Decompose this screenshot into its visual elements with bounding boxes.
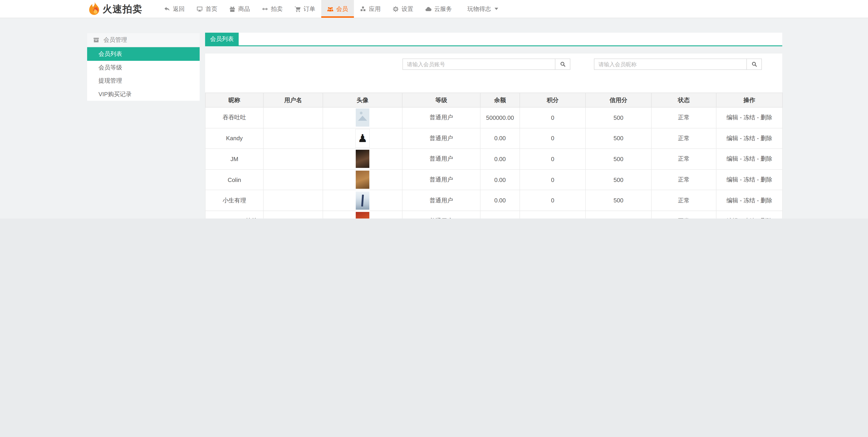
member-account-search-button[interactable] xyxy=(555,59,570,70)
sidebar-item-member-list[interactable]: 会员列表 xyxy=(87,47,199,61)
cell-level: 普通用户 xyxy=(402,211,480,218)
search-group-nickname xyxy=(594,59,762,70)
members-table: 昵称用户名头像等级余额积分信用分状态操作 吞吞吐吐普通用户500000.0005… xyxy=(205,93,783,218)
freeze-link[interactable]: 冻结 xyxy=(743,135,755,142)
nav-item-goods[interactable]: 商品 xyxy=(223,0,256,18)
cell-actions: 编辑 - 冻结 - 删除 xyxy=(716,107,782,128)
cell-nickname: 吞吞吐吐 xyxy=(205,107,264,128)
cell-username xyxy=(264,107,323,128)
nav-item-label: 会员 xyxy=(336,5,348,13)
column-header: 昵称 xyxy=(205,93,264,107)
edit-link[interactable]: 编辑 xyxy=(726,197,738,204)
nav-item-apps[interactable]: 应用 xyxy=(354,0,386,18)
sidebar-item-member-level[interactable]: 会员等级 xyxy=(87,61,199,74)
delete-link[interactable]: 删除 xyxy=(761,155,772,162)
nav-item-auction[interactable]: 拍卖 xyxy=(256,0,288,18)
gift-icon xyxy=(229,6,236,12)
nav-item-label: 云服务 xyxy=(434,5,452,13)
edit-link[interactable]: 编辑 xyxy=(726,135,738,142)
nav-item-settings[interactable]: 设置 xyxy=(386,0,419,18)
freeze-link[interactable]: 冻结 xyxy=(743,218,755,218)
nav-item-orders[interactable]: 订单 xyxy=(288,0,321,18)
freeze-link[interactable]: 冻结 xyxy=(743,197,755,204)
edit-link[interactable]: 编辑 xyxy=(726,155,738,162)
nav-item-label: 返回 xyxy=(173,5,185,13)
caret-down-icon xyxy=(495,8,498,10)
cell-actions: 编辑 - 冻结 - 删除 xyxy=(716,149,782,169)
nav-item-home[interactable]: 首页 xyxy=(191,0,223,18)
member-nickname-search-button[interactable] xyxy=(747,59,762,70)
avatar[interactable] xyxy=(356,170,369,189)
nav-item-back[interactable]: 返回 xyxy=(158,0,191,18)
search-group-account xyxy=(402,59,570,70)
search-icon xyxy=(751,61,757,67)
cell-username xyxy=(264,149,323,169)
cell-actions: 编辑 - 冻结 - 删除 xyxy=(716,190,782,211)
avatar[interactable] xyxy=(356,150,369,168)
table-row: Colin普通用户0.000500正常编辑 - 冻结 - 删除 xyxy=(205,169,782,190)
edit-link[interactable]: 编辑 xyxy=(726,114,738,121)
nav-item-cloud[interactable]: 云服务 xyxy=(419,0,458,18)
inbox-icon xyxy=(93,37,99,43)
cell-credit: 500 xyxy=(586,128,651,149)
sidebar-item-vip-purchase-records[interactable]: VIP购买记录 xyxy=(87,87,199,101)
brand-logo[interactable]: 火速拍卖 xyxy=(88,0,143,18)
top-navbar: 火速拍卖 返回首页商品拍卖订单会员应用设置云服务 玩物得志 xyxy=(0,0,868,18)
cell-points: 0 xyxy=(520,190,586,211)
cell-balance: 0.00 xyxy=(480,149,520,169)
reply-icon xyxy=(164,6,170,12)
table-row: JM普通用户0.000500正常编辑 - 冻结 - 删除 xyxy=(205,149,782,169)
edit-link[interactable]: 编辑 xyxy=(726,218,738,218)
cell-avatar xyxy=(323,107,402,128)
status-badge: 正常 xyxy=(678,218,690,218)
nav-menu: 返回首页商品拍卖订单会员应用设置云服务 xyxy=(158,0,458,18)
exchange-icon xyxy=(262,6,268,12)
cell-balance: 0.00 xyxy=(480,190,520,211)
edit-link[interactable]: 编辑 xyxy=(726,176,738,183)
delete-link[interactable]: 删除 xyxy=(761,135,772,142)
avatar[interactable] xyxy=(356,212,369,218)
sidebar-item-withdraw-management[interactable]: 提现管理 xyxy=(87,74,199,87)
nav-item-label: 首页 xyxy=(206,5,217,13)
cell-status: 正常 xyxy=(651,128,716,149)
cell-nickname: Colin xyxy=(205,169,264,190)
delete-link[interactable]: 删除 xyxy=(761,176,772,183)
avatar[interactable] xyxy=(355,129,370,148)
desktop-icon xyxy=(196,6,203,12)
cloud-icon xyxy=(425,6,432,12)
status-badge: 正常 xyxy=(678,114,690,121)
delete-link[interactable]: 删除 xyxy=(761,197,772,204)
member-nickname-search-input[interactable] xyxy=(594,59,747,70)
avatar[interactable] xyxy=(356,191,369,210)
sidebar: 会员管理 会员列表会员等级提现管理VIP购买记录 xyxy=(87,33,199,101)
cell-credit: 500 xyxy=(586,149,651,169)
tab-member-list[interactable]: 会员列表 xyxy=(205,33,239,45)
cell-status: 正常 xyxy=(651,190,716,211)
nav-item-label: 订单 xyxy=(304,5,315,13)
member-account-search-input[interactable] xyxy=(402,59,555,70)
cell-status: 正常 xyxy=(651,107,716,128)
delete-link[interactable]: 删除 xyxy=(761,114,772,121)
cell-level: 普通用户 xyxy=(402,107,480,128)
cell-username xyxy=(264,211,323,218)
cell-nickname: 小生有理 xyxy=(205,190,264,211)
avatar[interactable] xyxy=(356,109,369,127)
cell-username xyxy=(264,169,323,190)
nav-item-members[interactable]: 会员 xyxy=(321,0,354,18)
column-header: 积分 xyxy=(520,93,586,107)
cell-balance: 500000.00 xyxy=(480,107,520,128)
delete-link[interactable]: 删除 xyxy=(761,218,772,218)
column-header: 操作 xyxy=(716,93,782,107)
column-header: 状态 xyxy=(651,93,716,107)
column-header: 头像 xyxy=(323,93,402,107)
user-menu-dropdown[interactable]: 玩物得志 xyxy=(467,0,498,18)
freeze-link[interactable]: 冻结 xyxy=(743,176,755,183)
cell-credit: 500 xyxy=(586,211,651,218)
cell-avatar xyxy=(323,211,402,218)
cell-avatar xyxy=(323,149,402,169)
cell-avatar xyxy=(323,190,402,211)
freeze-link[interactable]: 冻结 xyxy=(743,155,755,162)
cell-balance: 0.00 xyxy=(480,128,520,149)
cell-actions: 编辑 - 冻结 - 删除 xyxy=(716,211,782,218)
freeze-link[interactable]: 冻结 xyxy=(743,114,755,121)
